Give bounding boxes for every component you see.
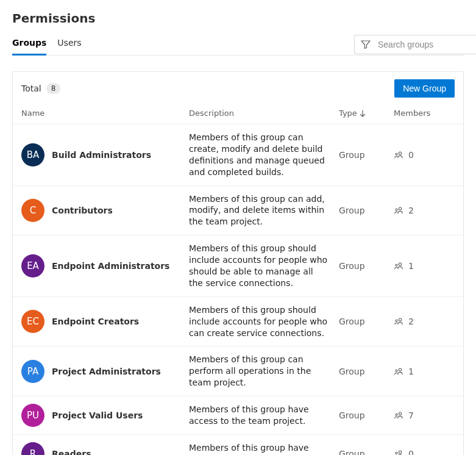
- name-cell: BABuild Administrators: [21, 143, 183, 167]
- group-type: Group: [339, 150, 388, 160]
- members-count: 1: [408, 367, 414, 376]
- column-type[interactable]: Type: [339, 109, 388, 118]
- members-count: 0: [408, 449, 414, 455]
- avatar: PU: [21, 404, 44, 427]
- group-type: Group: [339, 261, 388, 271]
- search-input[interactable]: [377, 39, 470, 50]
- svg-point-12: [399, 451, 401, 453]
- group-members: 7: [394, 410, 455, 420]
- svg-point-5: [396, 264, 397, 266]
- members-icon: [394, 261, 403, 271]
- members-icon: [394, 150, 403, 160]
- svg-point-10: [399, 412, 401, 415]
- table-row[interactable]: EAEndpoint AdministratorsMembers of this…: [13, 235, 463, 296]
- group-name: Project Administrators: [52, 367, 161, 376]
- group-description: Members of this group have access to the…: [189, 442, 333, 455]
- column-description[interactable]: Description: [189, 109, 333, 118]
- group-members: 1: [394, 367, 455, 376]
- total-label-wrap: Total 8: [21, 83, 60, 94]
- name-cell: CContributors: [21, 199, 183, 222]
- table-row[interactable]: PAProject AdministratorsMembers of this …: [13, 346, 463, 396]
- tabs: GroupsUsers: [12, 34, 82, 55]
- group-type: Group: [339, 449, 388, 455]
- name-cell: ECEndpoint Creators: [21, 310, 183, 333]
- total-label: Total: [21, 84, 41, 93]
- avatar: PA: [21, 360, 44, 383]
- group-name: Project Valid Users: [52, 410, 143, 420]
- table-header: Name Description Type Members: [13, 105, 463, 124]
- members-count: 0: [408, 150, 414, 160]
- svg-point-8: [399, 368, 401, 371]
- members-icon: [394, 449, 403, 455]
- group-name: Readers: [52, 449, 91, 455]
- name-cell: RReaders: [21, 442, 183, 455]
- svg-point-3: [396, 209, 397, 210]
- new-group-button[interactable]: New Group: [394, 79, 455, 98]
- name-cell: PAProject Administrators: [21, 360, 183, 383]
- total-count: 8: [46, 83, 61, 94]
- column-members[interactable]: Members: [394, 109, 455, 118]
- group-type: Group: [339, 410, 388, 420]
- tab-users[interactable]: Users: [57, 34, 81, 56]
- svg-point-13: [396, 452, 397, 454]
- group-name: Endpoint Creators: [52, 317, 139, 326]
- table-row[interactable]: BABuild AdministratorsMembers of this gr…: [13, 124, 463, 185]
- filter-icon: [361, 40, 371, 49]
- members-count: 2: [408, 317, 414, 326]
- group-description: Members of this group should include acc…: [189, 304, 333, 339]
- members-icon: [394, 410, 403, 420]
- svg-point-0: [399, 152, 401, 154]
- group-members: 2: [394, 317, 455, 326]
- svg-point-11: [396, 414, 397, 415]
- group-members: 0: [394, 449, 455, 455]
- svg-point-6: [399, 318, 401, 321]
- group-members: 0: [394, 150, 455, 160]
- avatar: BA: [21, 143, 44, 167]
- group-description: Members of this group can perform all op…: [189, 354, 333, 389]
- avatar: R: [21, 442, 44, 455]
- members-icon: [394, 317, 403, 326]
- column-name[interactable]: Name: [21, 109, 183, 118]
- group-members: 2: [394, 206, 455, 215]
- svg-point-7: [396, 320, 397, 321]
- svg-point-9: [396, 370, 397, 371]
- column-type-label: Type: [339, 109, 357, 118]
- avatar: EC: [21, 310, 44, 333]
- group-name: Contributors: [52, 206, 113, 215]
- members-count: 7: [408, 410, 414, 420]
- table-row[interactable]: ECEndpoint CreatorsMembers of this group…: [13, 296, 463, 346]
- group-description: Members of this group can create, modify…: [189, 132, 333, 178]
- svg-point-2: [399, 207, 401, 210]
- sort-desc-icon: [360, 110, 366, 117]
- members-icon: [394, 206, 403, 215]
- group-description: Members of this group have access to the…: [189, 404, 333, 427]
- name-cell: PUProject Valid Users: [21, 404, 183, 427]
- group-name: Endpoint Administrators: [52, 261, 169, 271]
- page-title: Permissions: [12, 11, 464, 26]
- avatar: C: [21, 199, 44, 222]
- group-description: Members of this group can add, modify, a…: [189, 193, 333, 228]
- group-type: Group: [339, 317, 388, 326]
- members-icon: [394, 367, 403, 376]
- members-count: 1: [408, 261, 414, 271]
- search-box[interactable]: [354, 35, 476, 54]
- group-type: Group: [339, 367, 388, 376]
- group-name: Build Administrators: [52, 150, 151, 160]
- svg-point-4: [399, 263, 401, 265]
- svg-point-1: [396, 153, 397, 155]
- avatar: EA: [21, 254, 44, 278]
- group-description: Members of this group should include acc…: [189, 243, 333, 289]
- tab-groups[interactable]: Groups: [12, 34, 46, 56]
- table-row[interactable]: PUProject Valid UsersMembers of this gro…: [13, 396, 463, 434]
- table-row[interactable]: RReadersMembers of this group have acces…: [13, 434, 463, 455]
- group-type: Group: [339, 206, 388, 215]
- table-row[interactable]: CContributorsMembers of this group can a…: [13, 185, 463, 235]
- members-count: 2: [408, 206, 414, 215]
- name-cell: EAEndpoint Administrators: [21, 254, 183, 278]
- groups-panel: Total 8 New Group Name Description Type …: [12, 71, 464, 455]
- group-members: 1: [394, 261, 455, 271]
